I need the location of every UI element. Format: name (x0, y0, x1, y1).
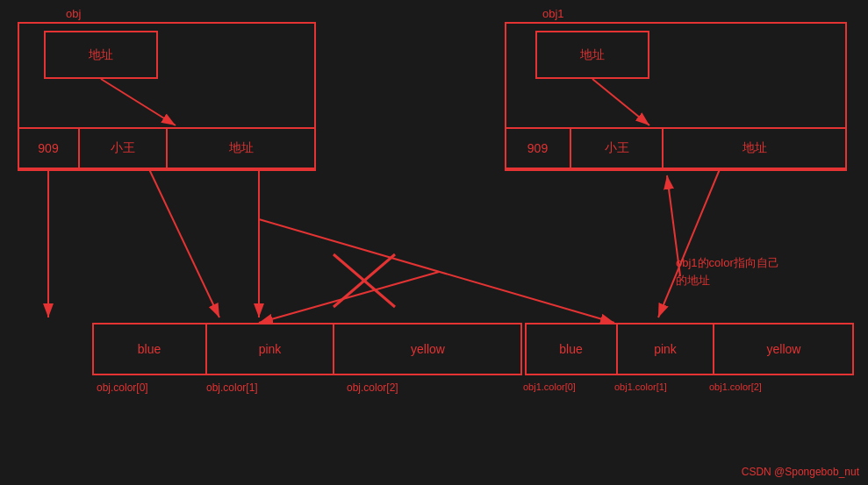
obj-label: obj (66, 7, 81, 20)
obj-color0-index: obj.color[0] (97, 382, 148, 394)
obj-name-label: 小王 (111, 140, 135, 156)
obj-color1-index: obj.color[1] (206, 382, 258, 394)
obj1-row-name: 小王 (571, 129, 664, 168)
obj-row-addr: 地址 (168, 129, 315, 168)
obj1-color1-label: pink (654, 342, 677, 356)
svg-line-9 (658, 169, 720, 317)
obj-addr-label: 地址 (229, 140, 254, 156)
obj-color1-label: pink (259, 342, 282, 356)
obj-color0-label: blue (138, 342, 161, 356)
obj-color1-box: pink (207, 325, 334, 374)
obj-color0-box: blue (93, 325, 207, 374)
obj-row-num: 909 (18, 129, 80, 168)
svg-line-6 (334, 254, 395, 307)
obj-color2-index: obj.color[2] (347, 382, 398, 394)
obj1-name-label: 小王 (605, 140, 629, 156)
svg-line-5 (334, 254, 395, 307)
obj1-color1-box: pink (618, 325, 714, 374)
obj1-label: obj1 (542, 7, 564, 20)
obj1-addr-top-label: 地址 (580, 47, 605, 63)
watermark: CSDN @Spongebob_nut (742, 466, 859, 478)
obj-num-label: 909 (38, 141, 58, 155)
obj1-row-num: 909 (506, 129, 571, 168)
obj1-color2-label: yellow (767, 342, 801, 356)
obj1-num-label: 909 (527, 141, 548, 155)
obj-color2-label: yellow (411, 342, 445, 356)
svg-line-3 (149, 169, 219, 317)
obj1-color0-label: blue (559, 342, 582, 356)
obj1-note: obj1的color指向自己 的地址 (676, 254, 779, 289)
obj1-row-addr: 地址 (664, 129, 846, 168)
obj-color-row: blue pink yellow (92, 323, 522, 375)
obj1-addr-top-box: 地址 (535, 31, 649, 79)
svg-line-11 (259, 219, 614, 323)
obj-addr-top-box: 地址 (44, 31, 158, 79)
obj-row-box: 909 小王 地址 (18, 127, 316, 169)
obj1-color0-index: obj1.color[0] (523, 382, 576, 392)
obj1-color1-index: obj1.color[1] (614, 382, 667, 392)
obj-color2-box: yellow (334, 325, 521, 374)
svg-line-7 (259, 272, 439, 323)
obj1-color-row: blue pink yellow (525, 323, 854, 375)
obj-addr-top-label: 地址 (89, 47, 113, 63)
obj1-row-box: 909 小王 地址 (505, 127, 847, 169)
obj1-color2-box: yellow (714, 325, 853, 374)
obj-row-name: 小王 (80, 129, 168, 168)
obj1-addr-label: 地址 (742, 140, 767, 156)
obj1-color2-index: obj1.color[2] (709, 382, 762, 392)
obj1-color0-box: blue (526, 325, 618, 374)
